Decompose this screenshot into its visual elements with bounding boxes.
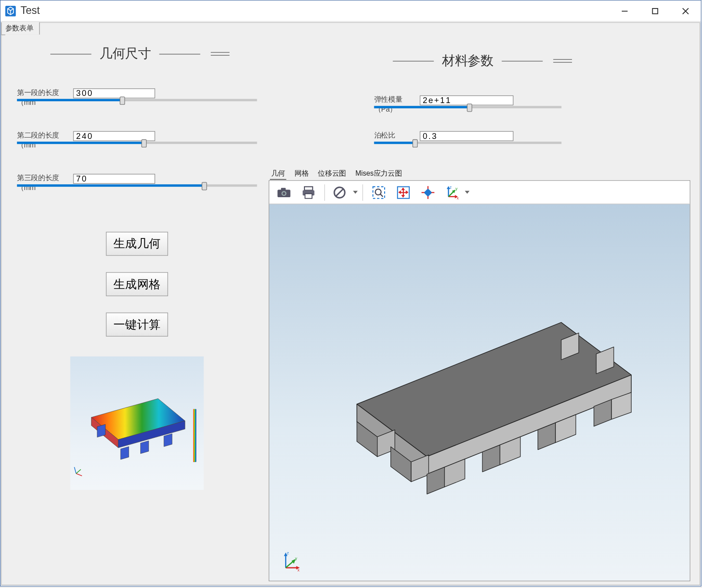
svg-text:x: x — [297, 568, 299, 572]
chevron-down-icon-2[interactable] — [465, 191, 469, 194]
param-label-len1: 第一段的长度（mm — [17, 87, 73, 108]
svg-text:z: z — [450, 185, 452, 189]
section-geometry-header: 几何尺寸 — [17, 45, 257, 63]
section-geometry-title: 几何尺寸 — [100, 45, 151, 63]
viewer-tab-disp[interactable]: 位移云图 — [317, 169, 347, 180]
svg-rect-33 — [424, 188, 432, 196]
orientation-triad-icon: z x y — [280, 549, 303, 572]
action-buttons: 生成几何 生成网格 一键计算 — [17, 232, 257, 337]
titlebar: Test — [0, 0, 701, 22]
svg-marker-11 — [164, 434, 172, 447]
param-label-poisson: 泊松比 — [374, 130, 420, 141]
fit-view-icon[interactable] — [392, 182, 415, 202]
minimize-button[interactable] — [610, 0, 640, 21]
svg-rect-22 — [304, 186, 312, 190]
app-window: Test 参数表单 几何尺寸 — [0, 0, 702, 587]
print-icon[interactable] — [297, 182, 320, 202]
reset-view-icon[interactable] — [417, 182, 439, 202]
svg-rect-24 — [305, 194, 312, 198]
param-row-young: 弹性模量（Pa） — [374, 94, 562, 115]
camera-icon[interactable] — [273, 182, 295, 202]
slider-len3[interactable] — [17, 184, 257, 186]
slider-len2[interactable] — [17, 142, 257, 144]
param-row-len3: 第三段的长度（mm — [17, 173, 257, 193]
client-area: 参数表单 几何尺寸 第一段的长度（mm — [1, 22, 700, 585]
param-label-len2: 第二段的长度（mm — [17, 130, 73, 151]
one-click-solve-button[interactable]: 一键计算 — [106, 312, 168, 337]
viewer-tab-mises[interactable]: Mises应力云图 — [354, 169, 403, 180]
param-input-len1[interactable] — [73, 88, 155, 98]
svg-rect-2 — [653, 8, 658, 13]
svg-point-21 — [282, 192, 285, 195]
gen-mesh-button[interactable]: 生成网格 — [106, 272, 168, 296]
tab-param-form[interactable]: 参数表单 — [1, 22, 40, 35]
slider-young[interactable] — [374, 106, 562, 108]
svg-line-15 — [76, 474, 82, 476]
param-input-young[interactable] — [420, 95, 513, 105]
svg-line-17 — [76, 469, 81, 473]
param-row-poisson: 泊松比 — [374, 130, 562, 142]
viewer-tabs: 几何 网格 位移云图 Mises应力云图 — [269, 169, 690, 180]
chevron-down-icon[interactable] — [353, 191, 358, 194]
result-preview — [70, 356, 204, 490]
gen-geometry-button[interactable]: 生成几何 — [106, 232, 168, 256]
svg-marker-10 — [140, 441, 148, 454]
param-label-len3: 第三段的长度（mm — [17, 173, 73, 193]
section-material-header: 材料参数 — [269, 52, 690, 69]
viewer-tab-geom[interactable]: 几何 — [270, 169, 286, 180]
slider-len1[interactable] — [17, 99, 257, 101]
viewer-toolbar: z y x — [269, 181, 690, 204]
svg-line-26 — [336, 189, 343, 196]
svg-text:z: z — [287, 551, 289, 555]
svg-line-29 — [380, 194, 383, 196]
maximize-button[interactable] — [640, 0, 670, 21]
viewer-frame: z y x — [269, 180, 690, 581]
right-panel: 材料参数 弹性模量（Pa） — [269, 35, 696, 581]
window-controls — [610, 0, 701, 21]
svg-text:y: y — [295, 556, 297, 561]
slider-poisson[interactable] — [374, 142, 562, 144]
svg-rect-14 — [193, 409, 196, 462]
no-entry-icon[interactable] — [329, 182, 349, 202]
app-icon — [4, 4, 17, 17]
param-row-len2: 第二段的长度（mm — [17, 130, 257, 151]
axes-icon[interactable]: z y x — [442, 182, 461, 202]
section-material-title: 材料参数 — [442, 52, 494, 69]
param-label-young: 弹性模量（Pa） — [374, 94, 420, 115]
svg-marker-8 — [97, 424, 105, 437]
svg-marker-9 — [121, 446, 129, 459]
param-input-len3[interactable] — [73, 173, 155, 183]
left-panel: 几何尺寸 第一段的长度（mm 第二段的长 — [5, 35, 269, 581]
viewer-canvas[interactable]: z x y — [269, 204, 690, 581]
zoom-select-icon[interactable] — [368, 182, 390, 202]
svg-text:y: y — [455, 186, 458, 191]
svg-text:x: x — [457, 196, 459, 200]
svg-line-16 — [74, 467, 76, 473]
param-row-len1: 第一段的长度（mm — [17, 87, 257, 108]
param-input-poisson[interactable] — [420, 131, 513, 141]
viewer-tab-mesh[interactable]: 网格 — [293, 169, 310, 180]
svg-rect-19 — [281, 188, 286, 190]
window-title: Test — [21, 4, 40, 17]
close-button[interactable] — [670, 0, 701, 21]
